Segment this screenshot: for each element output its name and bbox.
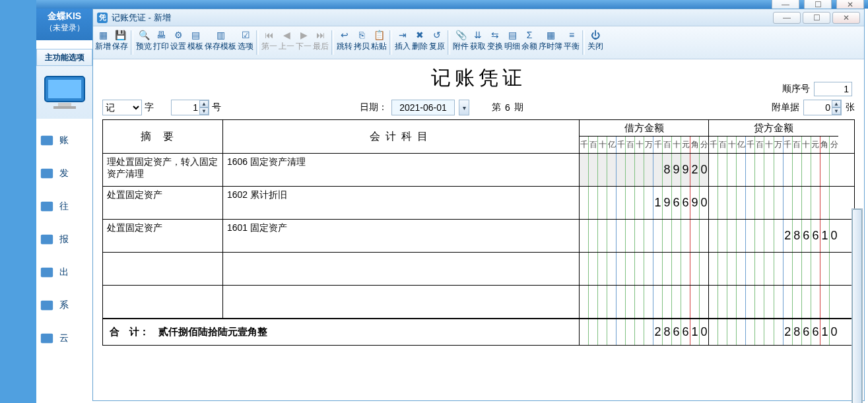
- grid-scrollbar[interactable]: [851, 208, 863, 403]
- digit-header: 百: [755, 137, 764, 153]
- sidebar-monitor-icon[interactable]: [36, 66, 92, 119]
- sidebar-item-4[interactable]: 出: [40, 261, 92, 284]
- sidebar-item-2[interactable]: 往: [40, 195, 92, 218]
- sidebar-item-1[interactable]: 发: [40, 162, 92, 185]
- cell-account[interactable]: [223, 286, 580, 318]
- svg-text:⏻: ⏻: [591, 30, 600, 40]
- main-function-tab[interactable]: 主功能选项: [36, 49, 92, 66]
- cell-account[interactable]: 1606 固定资产清理: [223, 154, 580, 186]
- toolbar-balance-button[interactable]: Σ余额: [521, 26, 538, 59]
- total-words: 贰仟捌佰陆拾陆元壹角整: [158, 326, 267, 338]
- cell-summary[interactable]: 理处置固定资产，转入固定资产清理: [103, 154, 223, 186]
- toolbar-copy-button[interactable]: ⎘拷贝: [353, 26, 370, 59]
- window-title: 记账凭证 - 新增: [112, 12, 171, 24]
- cell-summary[interactable]: 处置固定资产: [103, 187, 223, 219]
- toolbar-restore-button[interactable]: ↺复原: [428, 26, 446, 59]
- toolbar-settings-button[interactable]: ⚙设置: [170, 26, 187, 59]
- cell-debit[interactable]: [580, 253, 709, 285]
- document-title: 记账凭证: [102, 65, 855, 92]
- sidebar-item-5[interactable]: 系: [40, 294, 92, 317]
- toolbar-fetch-button[interactable]: ⇊获取: [469, 26, 486, 59]
- cell-credit[interactable]: [709, 187, 838, 219]
- digit-header: 元: [811, 137, 820, 153]
- voucher-type-select[interactable]: 记: [102, 100, 142, 115]
- toolbar-flatten-button[interactable]: ≡平衡: [563, 26, 580, 59]
- digit-header: 角: [820, 137, 830, 153]
- cell-account[interactable]: 1601 固定资产: [223, 220, 580, 252]
- svg-text:🖶: 🖶: [156, 30, 166, 40]
- sidebar-item-6[interactable]: 云: [40, 326, 92, 350]
- cell-debit[interactable]: [580, 220, 709, 252]
- cell-credit[interactable]: [709, 154, 838, 186]
- table-row[interactable]: 理处置固定资产，转入固定资产清理1606 固定资产清理89920: [103, 154, 854, 187]
- digit-header: 百: [589, 137, 598, 153]
- table-row[interactable]: [103, 253, 854, 286]
- total-label: 合 计：: [110, 326, 149, 338]
- toolbar-jump-button[interactable]: ↩跳转: [336, 26, 353, 59]
- date-input[interactable]: [391, 100, 455, 115]
- number-down[interactable]: ▼: [199, 108, 209, 115]
- toolbar-savetpl-button[interactable]: ▥保存模板: [204, 26, 237, 59]
- sidebar-item-0[interactable]: 账: [40, 129, 92, 152]
- table-row[interactable]: [103, 286, 854, 319]
- toolbar-insert-button[interactable]: ⇥插入: [394, 26, 411, 59]
- brand-status: （未登录）: [36, 22, 92, 34]
- toolbar-attach-button[interactable]: 📎附件: [452, 26, 469, 59]
- digit-header: 分: [830, 137, 838, 153]
- svg-text:⏮: ⏮: [265, 30, 274, 40]
- toolbar-seq-button[interactable]: ▦序时簿: [538, 26, 563, 59]
- number-up[interactable]: ▲: [199, 100, 209, 108]
- voucher-window: 凭 记账凭证 - 新增 — ☐ ✕ ▦新增💾保存🔍预览🖶打印⚙设置▤模板▥保存模…: [92, 9, 865, 401]
- cell-debit[interactable]: 89920: [580, 154, 709, 186]
- sequence-value[interactable]: 1: [814, 82, 852, 96]
- total-credit: 286610: [709, 319, 838, 345]
- svg-text:⎘: ⎘: [359, 30, 365, 40]
- digit-header: 元: [681, 137, 690, 153]
- sidebar-item-3[interactable]: 报: [40, 228, 92, 251]
- toolbar-new-button[interactable]: ▦新增: [94, 26, 112, 59]
- type-suffix: 字: [145, 102, 154, 113]
- table-row[interactable]: 处置固定资产1601 固定资产286610: [103, 220, 854, 253]
- svg-text:☑: ☑: [242, 30, 250, 40]
- cell-account[interactable]: 1602 累计折旧: [223, 187, 580, 219]
- toolbar-paste-button[interactable]: 📋粘贴: [370, 26, 387, 59]
- svg-rect-7: [41, 235, 53, 245]
- toolbar-last-button: ⏭最后: [312, 26, 329, 59]
- window-minimize-button[interactable]: —: [773, 12, 801, 24]
- digit-header: 角: [690, 137, 700, 153]
- table-row[interactable]: 处置固定资产1602 累计折旧196690: [103, 187, 854, 220]
- cell-summary[interactable]: 处置固定资产: [103, 220, 223, 252]
- cell-debit[interactable]: 196690: [580, 187, 709, 219]
- cell-credit[interactable]: [709, 253, 838, 285]
- digit-header: 十: [598, 137, 607, 153]
- svg-text:≡: ≡: [569, 30, 574, 40]
- header-credit-label: 贷方金额: [709, 121, 838, 137]
- toolbar-detail-button[interactable]: ▤明细: [504, 26, 521, 59]
- svg-rect-2: [58, 103, 71, 106]
- cell-credit[interactable]: [709, 286, 838, 318]
- cell-summary[interactable]: [103, 286, 223, 318]
- header-summary: 摘要: [103, 120, 223, 153]
- window-maximize-button[interactable]: ☐: [803, 12, 830, 24]
- cell-credit[interactable]: 286610: [709, 220, 838, 252]
- svg-text:▥: ▥: [217, 30, 225, 40]
- cell-summary[interactable]: [103, 253, 223, 285]
- window-close-button[interactable]: ✕: [832, 12, 860, 24]
- cell-account[interactable]: [223, 253, 580, 285]
- svg-text:▤: ▤: [191, 30, 200, 40]
- toolbar-save-button[interactable]: 💾保存: [112, 26, 129, 59]
- cell-debit[interactable]: [580, 286, 709, 318]
- toolbar-print-button[interactable]: 🖶打印: [152, 26, 170, 59]
- toolbar-template-button[interactable]: ▤模板: [187, 26, 204, 59]
- sequence-block: 顺序号 1: [782, 82, 852, 96]
- toolbar-options-button[interactable]: ☑选项: [237, 26, 254, 59]
- digit-header: 百: [793, 137, 802, 153]
- date-picker-button[interactable]: ▾: [459, 100, 469, 115]
- svg-text:⚙: ⚙: [174, 30, 183, 40]
- toolbar-preview-button[interactable]: 🔍预览: [135, 26, 152, 59]
- toolbar-close-button[interactable]: ⏻关闭: [587, 26, 604, 59]
- attach-down[interactable]: ▼: [832, 108, 841, 115]
- toolbar-delete-button[interactable]: ✖删除: [411, 26, 428, 59]
- toolbar-convert-button[interactable]: ⇆变换: [486, 26, 504, 59]
- attach-up[interactable]: ▲: [832, 100, 841, 108]
